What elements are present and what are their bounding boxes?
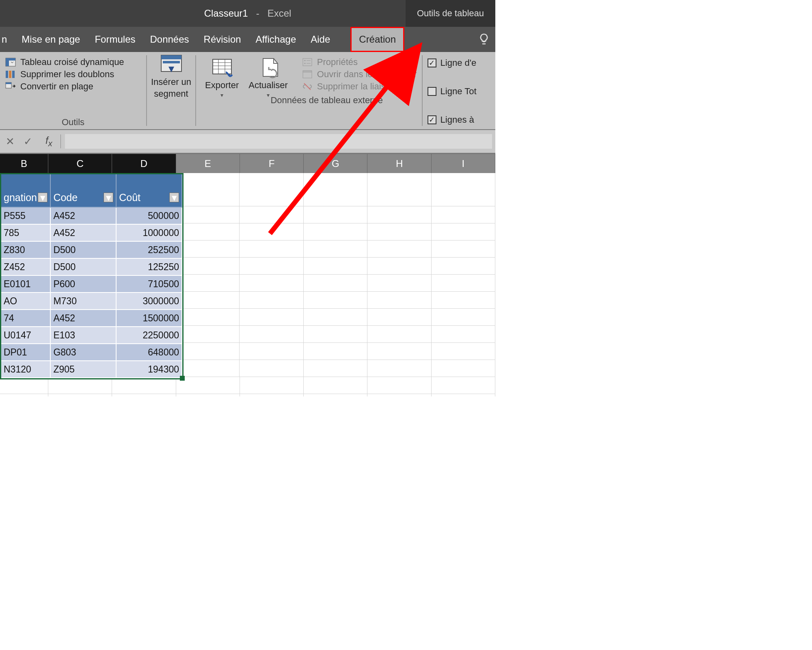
- cell[interactable]: [176, 377, 240, 394]
- cell[interactable]: 125250: [117, 259, 182, 276]
- cell[interactable]: [367, 377, 431, 394]
- cell[interactable]: [432, 206, 495, 223]
- cell[interactable]: E0101: [1, 276, 51, 293]
- cell[interactable]: E103: [51, 327, 117, 344]
- tab-formulas[interactable]: Formules: [87, 27, 143, 52]
- cell[interactable]: [304, 326, 368, 343]
- cell[interactable]: [176, 206, 240, 223]
- col-header-e[interactable]: E: [176, 154, 240, 173]
- cell[interactable]: [240, 292, 304, 309]
- cell[interactable]: D500: [51, 259, 117, 276]
- cell[interactable]: [304, 173, 368, 206]
- cell[interactable]: [367, 275, 432, 292]
- cell[interactable]: [240, 326, 304, 343]
- cell[interactable]: [367, 394, 431, 396]
- cell[interactable]: [304, 394, 367, 396]
- cell[interactable]: [176, 275, 240, 292]
- cell[interactable]: [432, 292, 495, 309]
- cell[interactable]: [304, 377, 367, 394]
- cell[interactable]: A452: [51, 310, 117, 327]
- tell-me-icon[interactable]: [477, 32, 490, 48]
- cell[interactable]: Z452: [1, 259, 51, 276]
- cell[interactable]: [0, 394, 48, 396]
- check-banded-rows[interactable]: ✓ Lignes à: [428, 115, 477, 125]
- excel-table[interactable]: gnation ▾ Code ▾ Coût ▾ P555A45250000078…: [0, 173, 184, 379]
- cell[interactable]: [240, 343, 304, 360]
- cell[interactable]: [176, 240, 240, 258]
- formula-cancel-btn[interactable]: ✕: [3, 135, 17, 148]
- cell[interactable]: [240, 377, 304, 394]
- cell[interactable]: [176, 343, 240, 360]
- cell[interactable]: 194300: [117, 361, 182, 378]
- cell[interactable]: [240, 394, 304, 396]
- cell[interactable]: [176, 394, 240, 396]
- cell[interactable]: [432, 343, 495, 360]
- cell[interactable]: U0147: [1, 327, 51, 344]
- cell[interactable]: [240, 206, 304, 223]
- tab-view[interactable]: Affichage: [248, 27, 304, 52]
- cell[interactable]: [432, 309, 495, 326]
- cell[interactable]: [240, 275, 304, 292]
- cell[interactable]: [367, 173, 432, 206]
- cell[interactable]: [304, 275, 368, 292]
- tab-page-layout[interactable]: Mise en page: [14, 27, 87, 52]
- cell[interactable]: [176, 173, 240, 206]
- cell[interactable]: A452: [51, 208, 117, 225]
- cell[interactable]: [112, 394, 176, 396]
- cell[interactable]: [432, 377, 495, 394]
- cell[interactable]: [304, 292, 368, 309]
- cell[interactable]: [304, 360, 368, 377]
- cell[interactable]: [432, 240, 495, 258]
- cell[interactable]: [176, 360, 240, 377]
- cell[interactable]: [48, 377, 112, 394]
- cell[interactable]: N3120: [1, 361, 51, 378]
- btn-pivot-table[interactable]: Tableau croisé dynamique: [5, 57, 141, 67]
- btn-export[interactable]: Exporter ▾: [201, 55, 243, 100]
- btn-refresh[interactable]: Actualiser ▾: [244, 55, 292, 100]
- check-total-row[interactable]: Ligne Tot: [428, 86, 477, 97]
- cell[interactable]: DP01: [1, 344, 51, 361]
- filter-dropdown-icon[interactable]: ▾: [38, 193, 48, 202]
- cell[interactable]: [367, 292, 432, 309]
- table-header-designation[interactable]: gnation ▾: [1, 174, 51, 208]
- btn-convert-to-range[interactable]: Convertir en plage: [5, 81, 141, 92]
- table-header-cost[interactable]: Coût ▾: [117, 174, 182, 208]
- cell[interactable]: [367, 343, 432, 360]
- cell[interactable]: 785: [1, 225, 51, 242]
- cell[interactable]: [176, 223, 240, 240]
- table-resize-handle[interactable]: [180, 376, 185, 381]
- cell[interactable]: [367, 309, 432, 326]
- cell[interactable]: [367, 206, 432, 223]
- tab-help[interactable]: Aide: [303, 27, 337, 52]
- cell[interactable]: P555: [1, 208, 51, 225]
- table-header-code[interactable]: Code ▾: [51, 174, 117, 208]
- col-header-b[interactable]: B: [0, 154, 48, 173]
- cell[interactable]: 710500: [117, 276, 182, 293]
- cell[interactable]: [176, 326, 240, 343]
- cell[interactable]: P600: [51, 276, 117, 293]
- cell[interactable]: 648000: [117, 344, 182, 361]
- cell[interactable]: [432, 258, 495, 275]
- cell[interactable]: Z905: [51, 361, 117, 378]
- btn-remove-duplicates[interactable]: Supprimer les doublons: [5, 69, 141, 80]
- col-header-c[interactable]: C: [48, 154, 112, 173]
- cell[interactable]: 252500: [117, 242, 182, 259]
- cell[interactable]: [176, 292, 240, 309]
- cell[interactable]: [367, 326, 432, 343]
- cell[interactable]: [304, 258, 368, 275]
- cell[interactable]: 2250000: [117, 327, 182, 344]
- cell[interactable]: [304, 343, 368, 360]
- cell[interactable]: [367, 240, 432, 258]
- tab-creation[interactable]: Création: [350, 27, 404, 52]
- cell[interactable]: [48, 394, 112, 396]
- formula-input[interactable]: [65, 134, 492, 149]
- cell[interactable]: [176, 309, 240, 326]
- spreadsheet-grid[interactable]: gnation ▾ Code ▾ Coût ▾ P555A45250000078…: [0, 173, 495, 396]
- col-header-i[interactable]: I: [432, 154, 495, 173]
- filter-dropdown-icon[interactable]: ▾: [104, 193, 113, 202]
- cell[interactable]: [240, 360, 304, 377]
- cell[interactable]: [367, 223, 432, 240]
- cell[interactable]: [432, 223, 495, 240]
- cell[interactable]: [432, 173, 495, 206]
- cell[interactable]: [240, 240, 304, 258]
